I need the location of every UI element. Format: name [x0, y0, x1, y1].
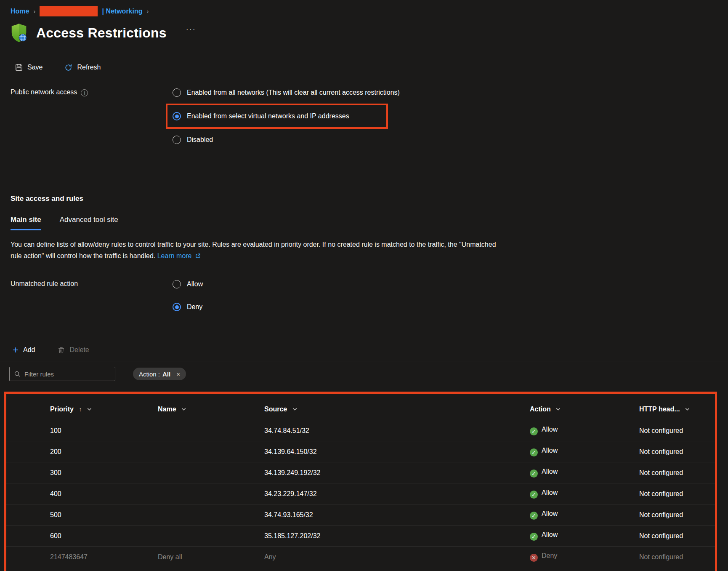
column-header-priority[interactable]: Priority ↑: [50, 398, 158, 420]
chevron-down-icon: [555, 406, 561, 412]
filter-rules-search: [9, 367, 115, 381]
radio-option-deny[interactable]: Deny: [173, 299, 203, 315]
delete-button[interactable]: Delete: [58, 346, 89, 354]
action-status-icon: [530, 427, 538, 435]
chip-close-icon[interactable]: ×: [176, 371, 180, 378]
cell-name: [158, 441, 264, 462]
info-icon[interactable]: i: [81, 89, 88, 96]
search-icon: [14, 371, 21, 377]
cell-http-header: Not configured: [639, 483, 715, 504]
table-row[interactable]: 600 35.185.127.202/32 Allow Not configur…: [6, 526, 715, 547]
public-network-access-options: Enabled from all networks (This will cle…: [173, 85, 400, 151]
filter-chip-action[interactable]: Action : All ×: [133, 368, 186, 380]
rules-command-bar: + Add Delete: [13, 343, 728, 357]
cell-priority: 2147483647: [50, 547, 158, 568]
save-icon: [15, 64, 23, 71]
cell-source: 34.139.64.150/32: [264, 441, 530, 462]
add-label: Add: [23, 346, 35, 354]
cell-http-header: Not configured: [639, 441, 715, 462]
cell-http-header: Not configured: [639, 547, 715, 568]
radio-option-allow[interactable]: Allow: [173, 277, 203, 292]
access-restrictions-page: Home › | Networking › Access Restriction…: [0, 0, 728, 571]
add-button[interactable]: + Add: [13, 346, 35, 354]
refresh-button[interactable]: Refresh: [64, 64, 101, 72]
cell-http-header: Not configured: [639, 504, 715, 526]
action-status-icon: [530, 512, 538, 520]
cell-http-header: Not configured: [639, 420, 715, 441]
table-annotation-box: Priority ↑ Name Source Action: [4, 392, 717, 571]
radio-option-disabled[interactable]: Disabled: [173, 132, 400, 147]
radio-option-enabled-all-networks[interactable]: Enabled from all networks (This will cle…: [173, 85, 400, 100]
action-label: Allow: [542, 510, 558, 517]
rules-divider: [0, 361, 728, 361]
public-network-access-label: Public network access i: [11, 85, 173, 151]
external-link-icon: [195, 253, 201, 259]
cell-priority: 300: [50, 462, 158, 483]
filter-rules-input[interactable]: [24, 371, 111, 378]
cell-name: [158, 462, 264, 483]
action-label: Allow: [542, 531, 558, 538]
cell-priority: 500: [50, 504, 158, 526]
trash-icon: [58, 347, 65, 354]
column-header-name[interactable]: Name: [158, 398, 264, 420]
rules-description: You can define lists of allow/deny rules…: [11, 239, 501, 261]
table-row[interactable]: 500 34.74.93.165/32 Allow Not configured: [6, 504, 715, 526]
action-label: Allow: [542, 447, 558, 454]
breadcrumb: Home › | Networking ›: [0, 0, 728, 16]
chevron-down-icon: [292, 406, 298, 412]
table-row[interactable]: 400 34.23.229.147/32 Allow Not configure…: [6, 483, 715, 504]
column-header-http-header[interactable]: HTTP head...: [639, 398, 715, 420]
site-access-heading: Site access and rules: [11, 195, 728, 203]
cell-source: 34.74.93.165/32: [264, 504, 530, 526]
action-label: Deny: [542, 552, 557, 559]
column-header-action[interactable]: Action: [530, 398, 639, 420]
chevron-down-icon: [685, 406, 690, 412]
cell-http-header: Not configured: [639, 462, 715, 483]
table-row[interactable]: 300 34.139.249.192/32 Allow Not configur…: [6, 462, 715, 483]
more-options-button[interactable]: ···: [186, 25, 196, 34]
action-label: Allow: [542, 489, 558, 496]
cell-action: Allow: [530, 526, 639, 547]
table-row[interactable]: 2147483647 Deny all Any Deny Not configu…: [6, 547, 715, 568]
breadcrumb-link-home[interactable]: Home: [11, 8, 29, 15]
action-status-icon: [530, 448, 538, 456]
redacted-app-name[interactable]: [40, 6, 98, 16]
cell-source: 34.74.84.51/32: [264, 420, 530, 441]
unmatched-rule-action-options: Allow Deny: [173, 277, 203, 322]
cell-name: [158, 504, 264, 526]
cell-priority: 400: [50, 483, 158, 504]
action-label: Allow: [542, 468, 558, 475]
breadcrumb-link-networking[interactable]: | Networking: [102, 8, 142, 15]
unmatched-rule-action-label: Unmatched rule action: [11, 277, 173, 322]
cell-priority: 100: [50, 420, 158, 441]
table-row[interactable]: 200 34.139.64.150/32 Allow Not configure…: [6, 441, 715, 462]
cell-action: Allow: [530, 483, 639, 504]
cell-priority: 600: [50, 526, 158, 547]
radio-unselected-icon: [173, 88, 181, 97]
column-header-source[interactable]: Source: [264, 398, 530, 420]
cell-source: 35.185.127.202/32: [264, 526, 530, 547]
chevron-down-icon: [87, 406, 92, 412]
cell-source: Any: [264, 547, 530, 568]
action-status-icon: [530, 470, 538, 478]
access-restrictions-app-icon: [9, 23, 29, 43]
table-row[interactable]: 100 34.74.84.51/32 Allow Not configured: [6, 420, 715, 441]
tab-main-site[interactable]: Main site: [11, 216, 41, 230]
cell-name: Deny all: [158, 547, 264, 568]
radio-option-enabled-select-networks[interactable]: Enabled from select virtual networks and…: [173, 109, 376, 124]
site-tabs: Main site Advanced tool site: [11, 216, 728, 230]
public-network-access-section: Public network access i Enabled from all…: [0, 79, 728, 151]
cell-priority: 200: [50, 441, 158, 462]
action-status-icon: [530, 533, 538, 541]
learn-more-link[interactable]: Learn more: [157, 252, 201, 259]
table-header-row: Priority ↑ Name Source Action: [6, 398, 715, 420]
refresh-label: Refresh: [77, 64, 101, 71]
save-button[interactable]: Save: [15, 64, 43, 71]
sort-ascending-icon: ↑: [79, 406, 82, 413]
cell-action: Allow: [530, 441, 639, 462]
cell-name: [158, 483, 264, 504]
cell-action: Allow: [530, 462, 639, 483]
cell-action: Allow: [530, 420, 639, 441]
tab-advanced-tool-site[interactable]: Advanced tool site: [60, 216, 118, 230]
plus-icon: +: [13, 346, 19, 354]
